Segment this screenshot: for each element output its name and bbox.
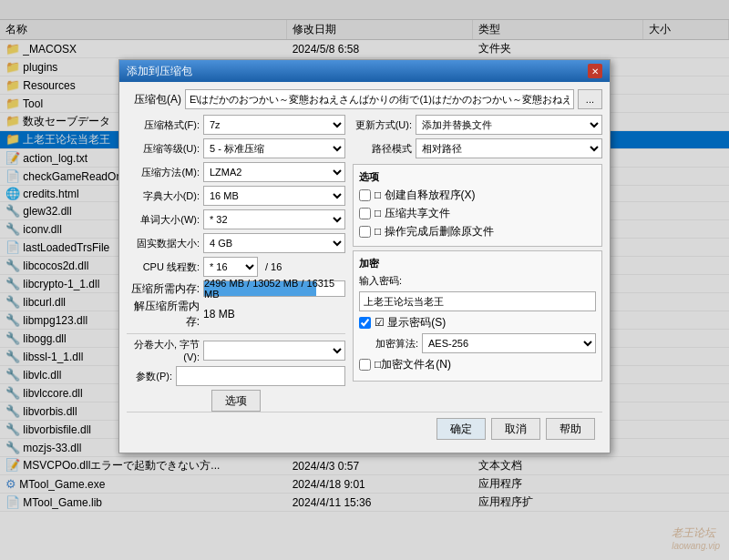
level-label: 压缩等级(U): (127, 142, 200, 156)
params-input[interactable] (176, 366, 345, 386)
solid-label: 固实数据大小: (127, 237, 200, 250)
update-mode-label: 更新方式(U): (353, 118, 412, 132)
ok-button[interactable]: 确定 (436, 418, 486, 440)
add-archive-dialog: 添加到压缩包 ✕ 压缩包(A) ... 压缩格式(F): 7zziptargzi… (118, 59, 611, 453)
dict-label: 字典大小(D): (127, 189, 200, 203)
path-mode-label: 路径模式 (353, 142, 412, 156)
decompress-mem-label: 解压缩所需内存: (127, 299, 200, 330)
options-title: 选项 (359, 170, 596, 184)
split-label: 分卷大小, 字节(V): (127, 338, 200, 362)
opt1-row: □ 创建自释放程序(X) (359, 188, 596, 203)
opt2-label[interactable]: □ 压缩共享文件 (375, 206, 450, 221)
params-label: 参数(P): (127, 370, 172, 383)
params-row: 参数(P): (127, 366, 345, 386)
encrypt-method-row: 加密算法: AES-256ZipCrypto (359, 333, 596, 353)
watermark-text: 老王论坛 (672, 525, 720, 541)
help-button[interactable]: 帮助 (546, 418, 595, 440)
dialog-titlebar: 添加到压缩包 ✕ (119, 60, 610, 82)
encrypt-title: 加密 (359, 257, 596, 270)
show-password-label[interactable]: ☑ 显示密码(S) (375, 315, 446, 331)
cpu-row: CPU 线程数: * 16 / 16 (127, 257, 345, 277)
archive-path-row: 压缩包(A) ... (127, 89, 602, 109)
show-password-checkbox[interactable] (359, 317, 371, 329)
opt1-checkbox[interactable] (359, 189, 371, 201)
word-label: 单词大小(W): (127, 213, 200, 227)
dialog-toolbar: 确定 取消 帮助 (127, 412, 602, 445)
word-select[interactable]: * 8* 16* 32* 64* 128 (203, 209, 345, 229)
opt3-row: □ 操作完成后删除原文件 (359, 224, 596, 239)
encrypt-names-label[interactable]: □加密文件名(N) (375, 357, 451, 372)
format-row: 压缩格式(F): 7zziptargzip (127, 115, 345, 135)
password-row: 输入密码: (359, 274, 596, 288)
compress-mem-row: 压缩所需内存: 2496 MB / 13052 MB / 16315 MB (127, 280, 345, 297)
path-mode-select[interactable]: 不保存路径相对路径完整路径 (416, 138, 602, 158)
cancel-button[interactable]: 取消 (491, 418, 540, 440)
compress-mem-bar: 2496 MB / 13052 MB / 16315 MB (203, 280, 345, 297)
solid-select[interactable]: 4 GB (203, 233, 345, 253)
cpu-label: CPU 线程数: (127, 260, 200, 274)
dialog-close-button[interactable]: ✕ (588, 64, 602, 78)
cpu-select[interactable]: * 16 (203, 257, 258, 277)
left-panel: 压缩格式(F): 7zziptargzip 压缩等级(U): 0 - 存储1 -… (127, 115, 345, 412)
compress-mem-text: 2496 MB / 13052 MB / 16315 MB (204, 281, 344, 296)
dialog-title: 添加到压缩包 (127, 64, 192, 79)
decompress-mem-row: 解压缩所需内存: 18 MB (127, 299, 345, 330)
split-row: 分卷大小, 字节(V): (127, 338, 345, 362)
options-btn-row: 选项 (127, 390, 345, 412)
watermark-sub: laowang.vip (672, 541, 720, 551)
update-mode-row: 更新方式(U): 添加并替换文件添加并更新文件仅更新已有文件 (353, 115, 602, 135)
update-section: 更新方式(U): 添加并替换文件添加并更新文件仅更新已有文件 路径模式 不保存路… (353, 115, 602, 158)
solid-row: 固实数据大小: 4 GB (127, 233, 345, 253)
right-panel: 更新方式(U): 添加并替换文件添加并更新文件仅更新已有文件 路径模式 不保存路… (353, 115, 602, 412)
encrypt-method-label: 加密算法: (359, 337, 418, 351)
split-select[interactable] (203, 341, 345, 361)
encrypt-names-row: □加密文件名(N) (359, 357, 596, 372)
opt1-label[interactable]: □ 创建自释放程序(X) (375, 188, 476, 203)
memory-section: 压缩所需内存: 2496 MB / 13052 MB / 16315 MB 解压… (127, 280, 345, 330)
params-section: 参数(P): (127, 366, 345, 386)
dialog-overlay: 添加到压缩包 ✕ 压缩包(A) ... 压缩格式(F): 7zziptargzi… (0, 0, 729, 560)
opt2-row: □ 压缩共享文件 (359, 206, 596, 221)
archive-path-input[interactable] (185, 89, 574, 109)
decompress-mem-value: 18 MB (203, 308, 235, 321)
password-label: 输入密码: (359, 274, 414, 288)
encrypt-section: 加密 输入密码: ☑ 显示密码(S) 加密算法: (353, 250, 602, 382)
word-row: 单词大小(W): * 8* 16* 32* 64* 128 (127, 209, 345, 229)
dialog-body: 压缩包(A) ... 压缩格式(F): 7zziptargzip 压缩等级(U)… (119, 82, 610, 453)
encrypt-names-checkbox[interactable] (359, 359, 371, 371)
options-section: 选项 □ 创建自释放程序(X) □ 压缩共享文件 □ 操作完成后删除原文件 (353, 164, 602, 247)
method-label: 压缩方法(M): (127, 166, 200, 179)
opt2-checkbox[interactable] (359, 208, 371, 219)
archive-label: 压缩包(A) (127, 92, 181, 107)
method-select[interactable]: LZMALZMA2PPMdBZip2 (203, 162, 345, 182)
level-select[interactable]: 0 - 存储1 - 最快3 - 快速5 - 标准压缩7 - 最大9 - 极限 (203, 138, 345, 158)
compress-mem-label: 压缩所需内存: (127, 281, 200, 297)
show-password-row: ☑ 显示密码(S) (359, 315, 596, 331)
update-mode-select[interactable]: 添加并替换文件添加并更新文件仅更新已有文件 (416, 115, 602, 135)
level-row: 压缩等级(U): 0 - 存储1 - 最快3 - 快速5 - 标准压缩7 - 最… (127, 138, 345, 158)
dict-select[interactable]: 1 MB4 MB8 MB16 MB32 MB64 MB (203, 186, 345, 206)
opt3-label[interactable]: □ 操作完成后删除原文件 (375, 224, 494, 239)
encrypt-method-select[interactable]: AES-256ZipCrypto (422, 333, 596, 353)
format-select[interactable]: 7zziptargzip (203, 115, 345, 135)
separator-1 (127, 333, 345, 334)
format-label: 压缩格式(F): (127, 118, 200, 132)
dialog-content: 压缩格式(F): 7zziptargzip 压缩等级(U): 0 - 存储1 -… (127, 115, 602, 412)
browse-button[interactable]: ... (578, 89, 602, 109)
password-input-row (359, 291, 596, 311)
password-input[interactable] (359, 291, 596, 311)
dict-row: 字典大小(D): 1 MB4 MB8 MB16 MB32 MB64 MB (127, 186, 345, 206)
watermark: 老王论坛 laowang.vip (672, 525, 720, 551)
options-button[interactable]: 选项 (211, 390, 261, 412)
path-mode-row: 路径模式 不保存路径相对路径完整路径 (353, 138, 602, 158)
method-row: 压缩方法(M): LZMALZMA2PPMdBZip2 (127, 162, 345, 182)
opt3-checkbox[interactable] (359, 226, 371, 238)
cpu-max: / 16 (265, 261, 282, 272)
